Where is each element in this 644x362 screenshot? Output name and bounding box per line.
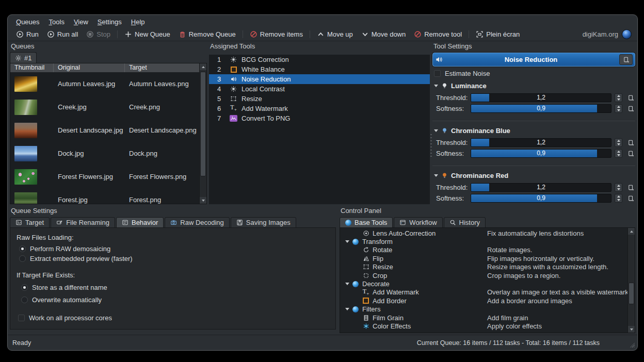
queue-settings-tab-target[interactable]: Target <box>10 217 50 228</box>
chrominance-blue-threshold-slider[interactable]: 1,2 <box>471 138 611 147</box>
tree-row-add-border[interactable]: Add BorderAdd a border around images <box>341 297 627 305</box>
toolbar-move-down-button[interactable]: Move down <box>357 29 410 40</box>
column-header-thumbnail[interactable]: Thumbnail <box>10 63 54 72</box>
control-panel-tab-workflow[interactable]: Workflow <box>394 217 442 228</box>
chrominance-red-threshold-slider[interactable]: 1,2 <box>471 183 611 192</box>
spin-up-icon[interactable] <box>617 95 620 97</box>
toolbar-remove-tool-button[interactable]: Remove tool <box>410 29 466 40</box>
queue-settings-tab-raw-decoding[interactable]: Raw Decoding <box>165 217 230 228</box>
spin-down-icon[interactable] <box>617 188 620 190</box>
expand-arrow-icon[interactable] <box>345 308 350 310</box>
radio-button[interactable] <box>21 284 28 291</box>
expand-arrow-icon[interactable] <box>345 240 350 243</box>
queue-row-dock-jpg[interactable]: Dock.jpgDock.png <box>10 142 206 165</box>
tree-row-transform[interactable]: Transform <box>341 237 627 245</box>
radio-button[interactable] <box>19 245 26 252</box>
spin-down-icon[interactable] <box>617 199 620 201</box>
queues-scrollbar[interactable] <box>199 63 206 204</box>
tree-row-decorate[interactable]: Decorate <box>341 279 627 288</box>
tree-row-resize[interactable]: ResizeResize images with a customized le… <box>341 263 627 271</box>
queue-settings-tab-behavior[interactable]: Behavior <box>116 217 164 228</box>
scroll-up-button[interactable] <box>628 228 635 235</box>
queue-row-autumn-leaves-jpg[interactable]: Autumn Leaves.jpgAutumn Leaves.png <box>10 72 206 95</box>
spinbox[interactable] <box>615 104 622 113</box>
reset-value-button[interactable] <box>626 150 635 157</box>
section-header-luminance[interactable]: Luminance <box>434 82 635 90</box>
assigned-tool-white-balance[interactable]: 2White Balance <box>209 64 430 74</box>
spinbox[interactable] <box>615 93 622 102</box>
panel-splitter-handle[interactable] <box>430 134 432 157</box>
scroll-down-button[interactable] <box>628 326 635 333</box>
tree-row-film-grain[interactable]: Film GrainAdd film grain <box>341 314 627 322</box>
spinbox[interactable] <box>615 194 622 203</box>
tree-row-crop[interactable]: CropCrop images to a region. <box>341 271 627 279</box>
tree-row-rotate[interactable]: RotateRotate images. <box>341 246 627 254</box>
tool-settings-menu-button[interactable] <box>619 54 633 65</box>
queue-row-forest-flowers-jpg[interactable]: Forest Flowers.jpgForest Flowers.png <box>10 165 206 188</box>
tree-row-add-watermark[interactable]: T+Add WatermarkOverlay an image or text … <box>341 288 627 297</box>
radio-button[interactable] <box>19 255 26 262</box>
menu-settings[interactable]: Settings <box>93 18 126 26</box>
reset-value-button[interactable] <box>626 105 635 112</box>
window-resize-grip[interactable] <box>629 342 635 348</box>
column-header-target[interactable]: Target <box>125 63 206 72</box>
luminance-threshold-slider[interactable]: 1,2 <box>471 93 611 102</box>
spinbox[interactable] <box>615 149 622 158</box>
toolbar-run-all-button[interactable]: Run all <box>43 29 82 40</box>
spin-up-icon[interactable] <box>617 106 620 108</box>
section-header-chrominance-blue[interactable]: Chrominance Blue <box>434 127 635 135</box>
queue-row-forest-jpg[interactable]: Forest.jpgForest.png <box>10 188 206 204</box>
work-all-cores-checkbox[interactable] <box>18 315 25 321</box>
digikam-brand-link[interactable]: digiKam.org <box>583 30 618 38</box>
menu-queues[interactable]: Queues <box>12 18 44 26</box>
tree-row-color-effects[interactable]: Color EffectsApply color effects <box>341 322 627 330</box>
menu-tools[interactable]: Tools <box>45 18 69 26</box>
chrominance-red-softness-slider[interactable]: 0,9 <box>471 194 611 203</box>
spinbox[interactable] <box>615 138 622 147</box>
queue-settings-tab-saving-images[interactable]: Saving Images <box>231 217 296 228</box>
toolbar-new-queue-button[interactable]: New Queue <box>120 29 174 40</box>
toolbar-stop-button[interactable]: Stop <box>82 29 115 40</box>
spin-down-icon[interactable] <box>617 154 620 156</box>
queue-tab-1[interactable]: #1 <box>10 52 37 63</box>
estimate-noise-checkbox[interactable] <box>434 70 441 77</box>
control-panel-scrollbar[interactable] <box>627 228 635 333</box>
assigned-tool-noise-reduction[interactable]: 3Noise Reduction <box>209 74 430 84</box>
queue-settings-tab-file-renaming[interactable]: File Renaming <box>51 217 115 228</box>
toolbar-remove-items-button[interactable]: Remove items <box>246 29 307 40</box>
spin-up-icon[interactable] <box>617 151 620 153</box>
toolbar-run-button[interactable]: Run <box>12 29 43 40</box>
spinbox[interactable] <box>615 183 622 192</box>
scroll-down-button[interactable] <box>200 197 206 204</box>
section-header-chrominance-red[interactable]: Chrominance Red <box>434 172 635 179</box>
toolbar-remove-queue-button[interactable]: Remove Queue <box>174 29 240 40</box>
radio-button[interactable] <box>21 297 28 303</box>
spin-up-icon[interactable] <box>617 185 620 187</box>
assigned-tool-bcg-correction[interactable]: 1BCG Correction <box>209 55 430 64</box>
tree-row-filters[interactable]: Filters <box>341 305 627 314</box>
scroll-thumb[interactable] <box>629 283 634 305</box>
tree-row-flip[interactable]: FlipFlip images horizontally or vertical… <box>341 254 627 262</box>
menu-view[interactable]: View <box>70 18 92 26</box>
menu-help[interactable]: Help <box>127 18 149 26</box>
control-panel-tab-base-tools[interactable]: Base Tools <box>340 217 393 228</box>
assigned-tool-add-watermark[interactable]: 6T+Add Watermark <box>209 104 430 113</box>
spin-down-icon[interactable] <box>617 109 620 111</box>
queue-row-creek-jpg[interactable]: Creek.jpgCreek.png <box>10 95 206 119</box>
control-panel-tab-history[interactable]: History <box>444 217 486 228</box>
spin-down-icon[interactable] <box>617 143 620 145</box>
queue-row-desert-landscape-jpg[interactable]: Desert Landscape.jpgDesert Landscape.png <box>10 119 206 142</box>
scroll-up-button[interactable] <box>200 63 206 70</box>
tree-row-lens-auto-correction[interactable]: Lens Auto-CorrectionFix automatically le… <box>341 229 627 237</box>
reset-value-button[interactable] <box>626 94 635 101</box>
toolbar-plein-cran-button[interactable]: Plein écran <box>472 29 524 40</box>
toolbar-move-up-button[interactable]: Move up <box>313 29 357 40</box>
assigned-tool-convert-to-png[interactable]: 7Convert To PNG <box>209 113 430 123</box>
column-header-original[interactable]: Original <box>54 63 125 72</box>
chrominance-blue-softness-slider[interactable]: 0,9 <box>471 149 611 158</box>
luminance-softness-slider[interactable]: 0,9 <box>471 104 611 113</box>
reset-value-button[interactable] <box>626 195 635 202</box>
spin-up-icon[interactable] <box>617 140 620 142</box>
expand-arrow-icon[interactable] <box>345 283 350 285</box>
spin-down-icon[interactable] <box>617 98 620 101</box>
